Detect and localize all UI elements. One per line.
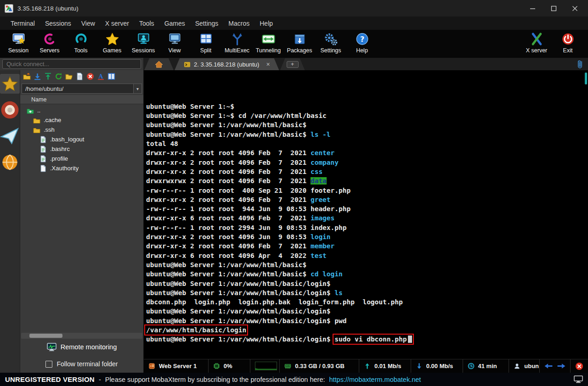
sftp-upload-icon[interactable] [44, 73, 52, 80]
menu-terminal[interactable]: Terminal [6, 17, 40, 30]
menu-help[interactable]: Help [254, 17, 278, 30]
terminal-text: ubuntu@Web Server 1:/var/www/html/basic/… [146, 317, 347, 324]
strip-tab-star[interactable] [0, 74, 20, 94]
arrow-left-icon[interactable] [543, 363, 554, 369]
status-close[interactable] [571, 359, 588, 373]
sidebar-strip [0, 70, 20, 373]
follow-folder-checkbox[interactable] [45, 361, 52, 368]
attach-paperclip-icon[interactable] [577, 59, 583, 69]
toolbar-right-group: X serverExit [521, 32, 583, 54]
toolbar-label: Tools [74, 47, 87, 54]
file-row[interactable]: .bashrc [20, 144, 143, 154]
sidebar-spacer [20, 173, 143, 333]
remote-monitoring-button[interactable]: Remote monitoring [20, 339, 143, 355]
file-row[interactable]: .bash_logout [20, 134, 143, 144]
terminal-line: dbconn.php login.php login.php.bak login… [146, 297, 588, 307]
menu-tools[interactable]: Tools [134, 17, 159, 30]
toolbar-xserver-button[interactable]: X server [521, 32, 552, 54]
version-label: UNREGISTERED VERSION [5, 375, 95, 383]
toolbar-session-button[interactable]: Session [3, 32, 34, 54]
path-dropdown[interactable]: /home/ubuntu/ ▾ [22, 84, 142, 94]
terminal-line: drwxr-xr-x 2 root root 4096 Jun 9 08:53 … [146, 232, 588, 241]
quick-connect-input[interactable] [2, 59, 141, 69]
file-row[interactable]: .Xauthority [20, 163, 143, 173]
footer-link[interactable]: https://mobaxterm.mobatek.net [329, 376, 421, 383]
terminal-line: total 48 [146, 139, 588, 148]
menu-x-server[interactable]: X server [100, 17, 134, 30]
toolbar-games-button[interactable]: Games [96, 32, 128, 54]
menu-view[interactable]: View [76, 17, 100, 30]
sftp-download-icon[interactable] [34, 73, 41, 80]
plain-file-icon [40, 165, 47, 172]
menu-games[interactable]: Games [159, 17, 190, 30]
status-graph [250, 359, 280, 373]
terminal-scrollbar-thumb[interactable] [585, 73, 587, 84]
sftp-refresh-icon[interactable] [55, 73, 62, 80]
tab-close-icon[interactable]: × [266, 61, 270, 68]
terminal-text: ubuntu@Web Server 1:/var/www/html/basic$ [146, 121, 306, 129]
ram-icon [284, 363, 291, 369]
scrollbar-thumb[interactable] [29, 334, 62, 338]
toolbar-tools-button[interactable]: Tools [65, 32, 96, 54]
terminal-text: greet [311, 196, 331, 203]
sidebar-hscrollbar[interactable] [21, 333, 142, 339]
menubar: TerminalSessionsViewX serverToolsGamesSe… [0, 17, 588, 30]
file-row[interactable]: .cache [20, 115, 143, 125]
terminal-text: drwxr-xr-x 2 root root 4096 Feb 7 2021 [146, 196, 311, 203]
terminal-text: drwxr-xr-x 2 root root 4096 Feb 7 2021 [146, 168, 311, 175]
toolbar-servers-button[interactable]: Servers [34, 32, 65, 54]
mobaxterm-window: 3.35.168.218 (ubuntu) TerminalSessionsVi… [0, 0, 588, 386]
strip-tab-globe[interactable] [0, 152, 20, 172]
file-name: .. [37, 107, 40, 114]
tab-session-active[interactable]: 2. 3.35.168.218 (ubuntu) × [175, 58, 279, 70]
chevron-down-icon[interactable]: ▾ [133, 84, 141, 93]
menu-macros[interactable]: Macros [223, 17, 254, 30]
file-row[interactable]: .profile [20, 154, 143, 163]
menu-sessions[interactable]: Sessions [40, 17, 76, 30]
follow-terminal-folder: Follow terminal folder [20, 355, 143, 373]
close-button[interactable] [564, 0, 585, 16]
maximize-button[interactable] [543, 0, 564, 16]
toolbar-packages-button[interactable]: Packages [284, 32, 315, 54]
column-header-name[interactable]: Name [20, 95, 143, 104]
star-icon [1, 75, 18, 92]
terminal-text: total 48 [146, 140, 178, 147]
strip-tab-plane[interactable] [0, 126, 20, 146]
toolbar-view-button[interactable]: View [159, 32, 190, 54]
status-clock: 41 min [463, 359, 509, 373]
terminal-text: ubuntu@Web Server 1:/var/www/html/basic$ [146, 261, 306, 269]
sftp-delete-icon[interactable] [86, 73, 94, 80]
terminal-text: drwxr-xr-x 2 root root 4096 Feb 7 2021 [146, 159, 311, 166]
toolbar-multiexec-button[interactable]: MultiExec [221, 32, 253, 54]
terminal[interactable]: ubuntu@Web Server 1:~$ubuntu@Web Server … [144, 70, 588, 359]
toolbar-settings-button[interactable]: Settings [315, 32, 346, 54]
terminal-column: ubuntu@Web Server 1:~$ubuntu@Web Server … [143, 70, 588, 373]
toolbar-tunneling-button[interactable]: Tunneling [253, 32, 284, 54]
terminal-text: ls -l [311, 131, 331, 138]
tab-new[interactable]: + [280, 58, 305, 70]
games-icon [105, 32, 119, 46]
sftp-folder-open-icon[interactable] [65, 73, 73, 80]
file-row[interactable]: .ssh [20, 125, 143, 134]
tab-label: 2. 3.35.168.218 (ubuntu) [194, 61, 259, 68]
close-circle-icon[interactable] [575, 362, 583, 370]
arrow-right-icon[interactable] [556, 363, 566, 369]
toolbar-exit-button[interactable]: Exit [552, 32, 583, 54]
sftp-rename-icon[interactable]: A [97, 73, 105, 80]
terminal-text: ubuntu@Web Server 1:/var/www/html/basic$ [146, 270, 311, 278]
session-icon [11, 32, 26, 46]
sftp-panes-icon[interactable] [107, 73, 115, 80]
toolbar-split-button[interactable]: Split [190, 32, 221, 54]
minimize-button[interactable] [522, 0, 543, 16]
sftp-document-icon[interactable] [76, 73, 84, 80]
sftp-folder-new-icon[interactable] [23, 73, 31, 80]
menu-settings[interactable]: Settings [190, 17, 224, 30]
new-tab-icon[interactable]: + [287, 61, 299, 68]
tab-home[interactable] [144, 58, 174, 70]
strip-tab-buoy[interactable] [0, 100, 20, 120]
toolbar-label: Settings [320, 47, 341, 54]
toolbar-help-button[interactable]: ?Help [346, 32, 378, 54]
toolbar-sessions-button[interactable]: Sessions [128, 32, 159, 54]
multiexec-icon [230, 32, 244, 46]
file-row[interactable]: .. [20, 106, 143, 115]
